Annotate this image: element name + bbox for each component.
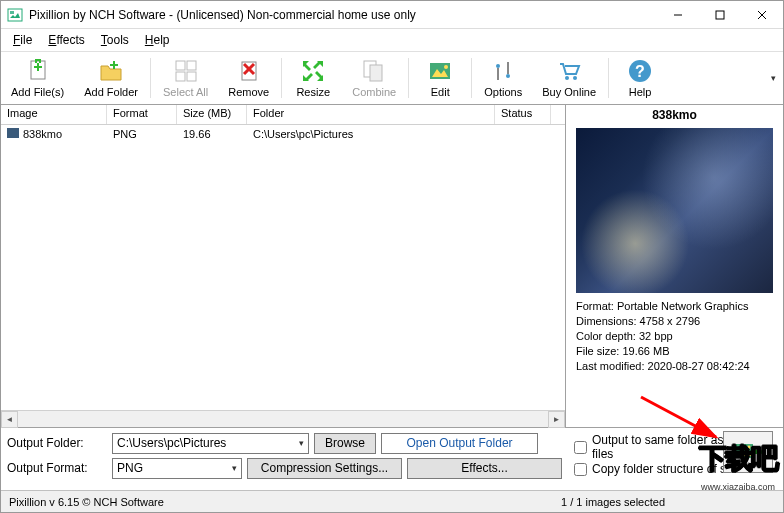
menu-tools[interactable]: Tools xyxy=(93,31,137,49)
menu-help[interactable]: Help xyxy=(137,31,178,49)
cell-folder: C:\Users\pc\Pictures xyxy=(247,128,495,140)
toolbar-separator xyxy=(471,58,472,98)
output-folder-value: C:\Users\pc\Pictures xyxy=(117,436,226,450)
help-label: Help xyxy=(629,86,652,98)
preview-image xyxy=(576,128,773,293)
app-icon xyxy=(7,7,23,23)
output-format-combo[interactable]: PNG ▾ xyxy=(112,458,242,479)
toolbar-separator xyxy=(608,58,609,98)
main-area: Image Format Size (MB) Folder Status 838… xyxy=(1,105,783,428)
table-body[interactable]: 838kmo PNG 19.66 C:\Users\pc\Pictures xyxy=(1,125,565,410)
menu-effects[interactable]: Effects xyxy=(40,31,92,49)
toolbar-chevron[interactable]: ▾ xyxy=(763,52,783,104)
close-button[interactable] xyxy=(741,1,783,29)
preview-filename: 838kmo xyxy=(566,105,783,128)
remove-label: Remove xyxy=(228,86,269,98)
status-selection: 1 / 1 images selected xyxy=(561,496,775,508)
buy-online-label: Buy Online xyxy=(542,86,596,98)
svg-rect-8 xyxy=(37,63,39,71)
toolbar-separator xyxy=(408,58,409,98)
select-all-button[interactable]: Select All xyxy=(153,52,218,104)
resize-icon xyxy=(300,58,326,84)
resize-button[interactable]: Resize xyxy=(284,52,342,104)
meta-depth: Color depth: 32 bpp xyxy=(576,329,773,344)
svg-rect-14 xyxy=(187,72,196,81)
col-format[interactable]: Format xyxy=(107,105,177,124)
cart-icon xyxy=(556,58,582,84)
table-row[interactable]: 838kmo PNG 19.66 C:\Users\pc\Pictures xyxy=(1,125,565,142)
preview-metadata: Format: Portable Network Graphics Dimens… xyxy=(566,293,783,374)
output-folder-combo[interactable]: C:\Users\pc\Pictures ▾ xyxy=(112,433,309,454)
svg-point-26 xyxy=(565,76,569,80)
cell-image: 838kmo xyxy=(1,128,107,140)
svg-rect-12 xyxy=(187,61,196,70)
buy-online-button[interactable]: Buy Online xyxy=(532,52,606,104)
preview-panel: 838kmo Format: Portable Network Graphics… xyxy=(566,105,783,427)
svg-point-27 xyxy=(573,76,577,80)
toolbar-separator xyxy=(281,58,282,98)
edit-button[interactable]: Edit xyxy=(411,52,469,104)
scroll-right-arrow[interactable]: ► xyxy=(548,411,565,428)
col-folder[interactable]: Folder xyxy=(247,105,495,124)
status-version: Pixillion v 6.15 © NCH Software xyxy=(9,496,561,508)
add-folder-icon xyxy=(98,58,124,84)
add-files-button[interactable]: Add File(s) xyxy=(1,52,74,104)
toolbar: Add File(s) Add Folder Select All Remove… xyxy=(1,51,783,105)
horizontal-scrollbar[interactable]: ◄ ► xyxy=(1,410,565,427)
svg-rect-1 xyxy=(10,11,14,14)
titlebar: Pixillion by NCH Software - (Unlicensed)… xyxy=(1,1,783,29)
svg-rect-10 xyxy=(110,64,118,66)
edit-label: Edit xyxy=(431,86,450,98)
help-icon: ? xyxy=(627,58,653,84)
select-all-icon xyxy=(173,58,199,84)
cell-format: PNG xyxy=(107,128,177,140)
output-folder-label: Output Folder: xyxy=(7,436,112,450)
svg-rect-0 xyxy=(8,9,22,21)
minimize-button[interactable] xyxy=(657,1,699,29)
col-status[interactable]: Status xyxy=(495,105,551,124)
same-folder-checkbox[interactable] xyxy=(574,441,587,454)
remove-icon xyxy=(236,58,262,84)
output-format-label: Output Format: xyxy=(7,461,112,475)
menubar: File Effects Tools Help xyxy=(1,29,783,51)
col-size[interactable]: Size (MB) xyxy=(177,105,247,124)
meta-modified: Last modified: 2020-08-27 08:42:24 xyxy=(576,359,773,374)
file-list-panel: Image Format Size (MB) Folder Status 838… xyxy=(1,105,566,427)
options-button[interactable]: Options xyxy=(474,52,532,104)
select-all-label: Select All xyxy=(163,86,208,98)
help-button[interactable]: ? Help xyxy=(611,52,669,104)
chevron-down-icon: ▾ xyxy=(299,438,304,448)
svg-rect-25 xyxy=(507,62,509,74)
add-file-icon xyxy=(25,58,51,84)
maximize-button[interactable] xyxy=(699,1,741,29)
browse-button[interactable]: Browse xyxy=(314,433,376,454)
svg-point-22 xyxy=(496,64,500,68)
add-folder-button[interactable]: Add Folder xyxy=(74,52,148,104)
thumbnail-icon xyxy=(7,128,19,138)
chevron-down-icon: ▾ xyxy=(232,463,237,473)
copy-structure-checkbox[interactable] xyxy=(574,463,587,476)
menu-file[interactable]: File xyxy=(5,31,40,49)
add-folder-label: Add Folder xyxy=(84,86,138,98)
meta-format: Format: Portable Network Graphics xyxy=(576,299,773,314)
chevron-down-icon: ▾ xyxy=(771,73,776,83)
toolbar-separator xyxy=(150,58,151,98)
compression-settings-button[interactable]: Compression Settings... xyxy=(247,458,402,479)
open-output-folder-button[interactable]: Open Output Folder xyxy=(381,433,538,454)
svg-rect-11 xyxy=(176,61,185,70)
combine-label: Combine xyxy=(352,86,396,98)
svg-rect-13 xyxy=(176,72,185,81)
svg-point-21 xyxy=(444,65,448,69)
options-label: Options xyxy=(484,86,522,98)
table-header: Image Format Size (MB) Folder Status xyxy=(1,105,565,125)
combine-button[interactable]: Combine xyxy=(342,52,406,104)
statusbar: Pixillion v 6.15 © NCH Software 1 / 1 im… xyxy=(1,490,783,512)
remove-button[interactable]: Remove xyxy=(218,52,279,104)
effects-button[interactable]: Effects... xyxy=(407,458,562,479)
svg-point-24 xyxy=(506,74,510,78)
scroll-left-arrow[interactable]: ◄ xyxy=(1,411,18,428)
window-title: Pixillion by NCH Software - (Unlicensed)… xyxy=(29,8,657,22)
col-image[interactable]: Image xyxy=(1,105,107,124)
watermark-overlay: 下载吧 xyxy=(699,440,777,478)
edit-icon xyxy=(427,58,453,84)
